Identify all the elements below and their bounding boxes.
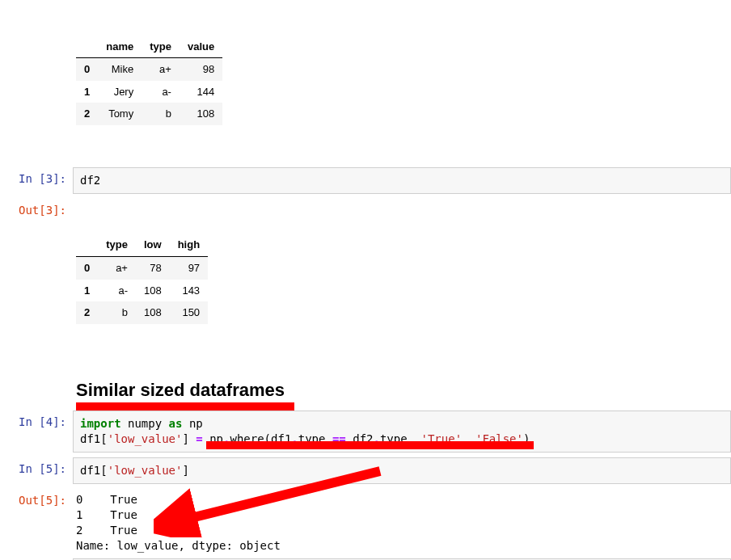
df1-h-type: type (142, 36, 180, 58)
df2-output: type low high 0a+7897 1a-108143 2b108150 (73, 199, 731, 361)
annotation-underline-icon (76, 402, 294, 411)
df1-h-value: value (180, 36, 222, 58)
svg-line-1 (178, 471, 380, 521)
heading-text: Similar sized dataframes (76, 380, 731, 401)
in-prompt-3: In [3]: (0, 167, 73, 185)
table-row: 2b108150 (76, 301, 208, 324)
table-row: 1a-108143 (76, 280, 208, 302)
df2-h-high: high (170, 234, 208, 256)
table-row: 0Mikea+98 (76, 58, 222, 81)
annotation-underline-icon (206, 441, 534, 449)
code-cell-3[interactable]: df2 (73, 167, 731, 194)
df1-h-idx (76, 36, 98, 58)
table-row: 1Jerya-144 (76, 81, 222, 103)
df2-table: type low high 0a+7897 1a-108143 2b108150 (76, 234, 208, 323)
markdown-heading: Similar sized dataframes (76, 380, 731, 401)
in-prompt-4: In [4]: (0, 411, 73, 428)
df2-h-idx (76, 234, 98, 256)
out-prompt-5: Out[5]: (0, 489, 73, 507)
table-row: 0a+7897 (76, 256, 208, 279)
df2-h-low: low (136, 234, 170, 256)
out-prompt-3: Out[3]: (0, 199, 73, 217)
df1-h-name: name (98, 36, 142, 58)
table-row: 2Tomyb108 (76, 103, 222, 125)
df2-h-type: type (98, 234, 136, 256)
in-prompt-5: In [5]: (0, 457, 73, 475)
df1-table: name type value 0Mikea+98 1Jerya-144 2To… (76, 36, 222, 125)
out-prompt-prev (0, 0, 73, 5)
annotation-arrow-icon (154, 465, 388, 537)
df1-output: name type value 0Mikea+98 1Jerya-144 2To… (73, 0, 731, 162)
